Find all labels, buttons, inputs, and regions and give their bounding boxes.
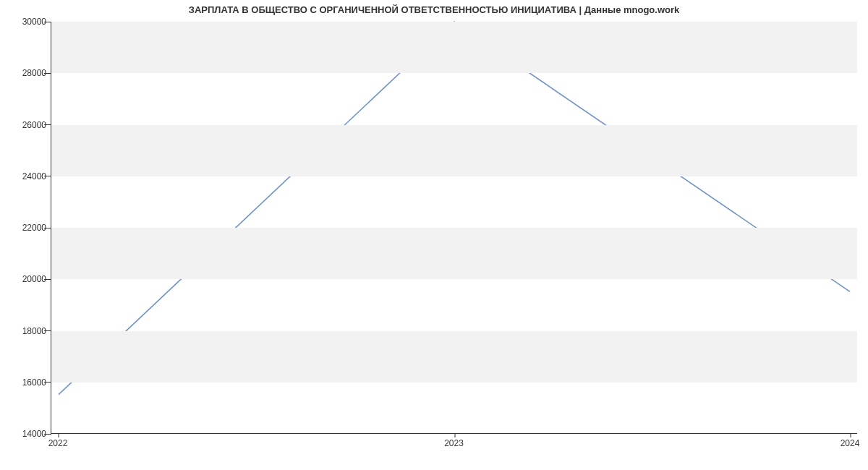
x-tick-label: 2024	[841, 438, 860, 448]
y-tick-label: 30000	[22, 17, 46, 27]
y-tick-label: 14000	[22, 429, 46, 439]
y-tick-label: 26000	[22, 120, 46, 130]
grid-band	[51, 228, 857, 279]
x-tick-label: 2022	[48, 438, 68, 448]
chart-title: ЗАРПЛАТА В ОБЩЕСТВО С ОРГАНИЧЕННОЙ ОТВЕТ…	[0, 4, 868, 15]
y-tick-label: 24000	[22, 171, 46, 181]
y-tick-label: 28000	[22, 68, 46, 78]
y-tick-label: 18000	[22, 326, 46, 336]
chart-container: ЗАРПЛАТА В ОБЩЕСТВО С ОРГАНИЧЕННОЙ ОТВЕТ…	[0, 0, 868, 470]
x-tick	[851, 433, 851, 437]
grid-band	[51, 331, 857, 383]
x-tick	[454, 433, 455, 437]
grid-band	[51, 22, 857, 73]
y-tick-label: 16000	[22, 377, 46, 388]
y-tick-label: 22000	[22, 223, 46, 233]
plot-area	[51, 22, 857, 434]
x-tick	[59, 433, 59, 437]
x-tick-label: 2023	[444, 438, 464, 448]
grid-band	[51, 125, 857, 176]
y-tick-label: 20000	[22, 274, 46, 284]
